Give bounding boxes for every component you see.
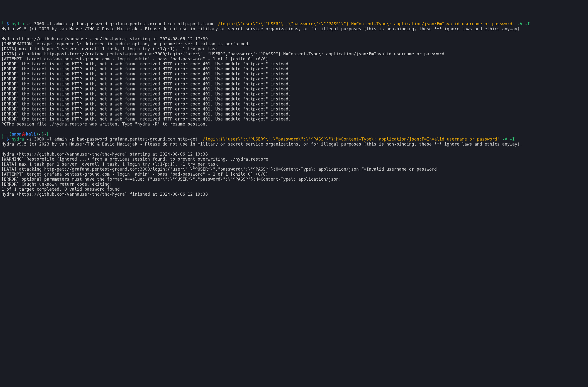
prompt-dash: -: [39, 132, 41, 136]
hydra-banner: Hydra v9.5 (c) 2023 by van Hauser/THC & …: [1, 142, 522, 147]
hydra-error-line: [ERROR] the target is using HTTP auth, n…: [1, 112, 291, 116]
hydra-data-line: [DATA] attacking http-get://grafana.pent…: [1, 167, 437, 172]
hydra-attempt-line: [ATTEMPT] target grafana.pentest-ground.…: [1, 172, 268, 176]
hydra-error-line: [ERROR] the target is using HTTP auth, n…: [1, 82, 291, 86]
prompt-host: kali: [26, 132, 36, 136]
prompt-skull-icon: ㉿: [21, 132, 26, 136]
prompt-line-2: └─$ hydra -s 3000 -l admin -p bad-passwo…: [1, 137, 515, 141]
prompt-paren-open: (: [9, 132, 12, 136]
prompt-dollar-icon: $: [6, 137, 9, 141]
hydra-data-line: [DATA] max 1 task per 1 server, overall …: [1, 162, 218, 167]
cmd-name: hydra: [11, 21, 24, 26]
prompt-corner-top-icon: ┌──: [1, 132, 9, 136]
hydra-warning-line: [WARNING] Restorefile (ignored ...) from…: [1, 157, 268, 161]
cmd-payload: "/login:{\"user\":\"^USER^\",\"password\…: [200, 137, 500, 141]
prompt-dollar-icon: $: [6, 21, 9, 26]
hydra-error-line: [ERROR] the target is using HTTP auth, n…: [1, 87, 291, 91]
prompt-paren-close: ): [36, 132, 39, 136]
prompt-corner-icon: └─: [1, 137, 6, 141]
prompt-corner-icon: └─: [1, 21, 6, 26]
hydra-error-line: [ERROR] the target is using HTTP auth, n…: [1, 67, 291, 71]
hydra-error-line: [ERROR] the target is using HTTP auth, n…: [1, 77, 291, 81]
hydra-finished-line: Hydra (https://github.com/vanhauser-thc/…: [1, 192, 208, 197]
cmd-flags: -V -I: [515, 21, 530, 26]
cmd-args: -s 3000 -l admin -p bad-password grafana…: [24, 21, 215, 26]
hydra-starting: Hydra (https://github.com/vanhauser-thc/…: [1, 37, 208, 41]
cmd-args: -s 3000 -l admin -p bad-password grafana…: [24, 137, 200, 141]
cmd-payload: "/login:{\"user\":\"^USER^\",\"password\…: [215, 21, 515, 26]
hydra-data-line: [DATA] max 1 task per 1 server, overall …: [1, 47, 218, 51]
hydra-error-line: [ERROR] the target is using HTTP auth, n…: [1, 61, 291, 66]
hydra-error-line: [ERROR] the target is using HTTP auth, n…: [1, 107, 291, 111]
hydra-error-line: [ERROR] Caught unknown return code, exit…: [1, 182, 112, 187]
hydra-error-line: [ERROR] the target is using HTTP auth, n…: [1, 92, 291, 97]
hydra-info-line: [INFORMATION] escape sequence \: detecte…: [1, 41, 251, 46]
hydra-result-line: 1 of 1 target completed, 0 valid passwor…: [1, 187, 120, 192]
prompt-bracket-open: [: [41, 132, 44, 136]
prompt-line-1: └─$ hydra -s 3000 -l admin -p bad-passwo…: [1, 21, 530, 26]
cmd-flags: -V -I: [500, 137, 515, 141]
hydra-starting: Hydra (https://github.com/vanhauser-thc/…: [1, 152, 208, 156]
prompt-cwd: ~: [43, 132, 46, 136]
hydra-error-line: [ERROR] the target is using HTTP auth, n…: [1, 102, 291, 106]
hydra-attempt-line: [ATTEMPT] target grafana.pentest-ground.…: [1, 57, 268, 61]
hydra-error-line: [ERROR] the target is using HTTP auth, n…: [1, 117, 291, 121]
hydra-error-line: [ERROR] optional parameters must have th…: [1, 177, 341, 182]
terminal-output[interactable]: └─$ hydra -s 3000 -l admin -p bad-passwo…: [1, 21, 587, 197]
hydra-error-line: [ERROR] the target is using HTTP auth, n…: [1, 97, 291, 101]
prompt-header-line: ┌──(anon㉿kali)-[~]: [1, 132, 48, 136]
hydra-restore-line: ^CThe session file ./hydra.restore was w…: [1, 122, 208, 126]
prompt-user: anon: [11, 132, 21, 136]
hydra-banner: Hydra v9.5 (c) 2023 by van Hauser/THC & …: [1, 26, 522, 31]
hydra-error-line: [ERROR] the target is using HTTP auth, n…: [1, 72, 291, 76]
hydra-data-line: [DATA] attacking http-post-form://grafan…: [1, 52, 444, 56]
cmd-name: hydra: [11, 137, 24, 141]
prompt-bracket-close: ]: [46, 132, 49, 136]
